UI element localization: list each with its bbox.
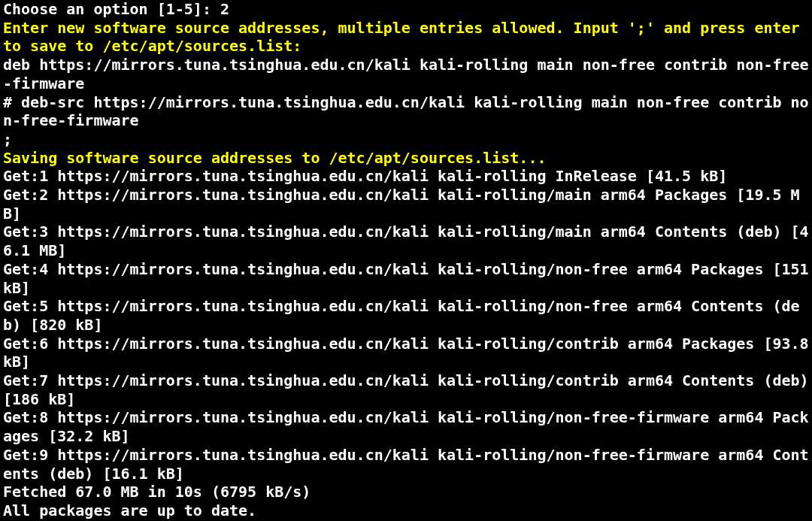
apt-get-1: Get:1 https://mirrors.tuna.tsinghua.edu.… xyxy=(3,167,727,185)
apt-get-3: Get:3 https://mirrors.tuna.tsinghua.edu.… xyxy=(3,223,809,259)
saving-sources-msg: Saving software source addresses to /etc… xyxy=(3,149,546,167)
apt-get-8: Get:8 https://mirrors.tuna.tsinghua.edu.… xyxy=(3,408,809,445)
input-terminator: ; xyxy=(3,130,12,148)
apt-fetched-summary: Fetched 67.0 MB in 10s (6795 kB/s) xyxy=(3,483,311,501)
source-entry-2: # deb-src https://mirrors.tuna.tsinghua.… xyxy=(3,93,809,130)
apt-get-2: Get:2 https://mirrors.tuna.tsinghua.edu.… xyxy=(3,186,800,223)
choose-option-line: Choose an option [1-5]: 2 xyxy=(3,0,229,18)
enter-sources-prompt: Enter new software source addresses, mul… xyxy=(3,19,809,56)
source-entry-1: deb https://mirrors.tuna.tsinghua.edu.cn… xyxy=(3,56,809,92)
apt-get-4: Get:4 https://mirrors.tuna.tsinghua.edu.… xyxy=(3,260,812,297)
apt-up-to-date: All packages are up to date. xyxy=(3,501,256,519)
terminal-output[interactable]: Choose an option [1-5]: 2 Enter new soft… xyxy=(0,0,812,520)
apt-get-7: Get:7 https://mirrors.tuna.tsinghua.edu.… xyxy=(3,371,812,408)
apt-get-9: Get:9 https://mirrors.tuna.tsinghua.edu.… xyxy=(3,446,809,483)
apt-get-6: Get:6 https://mirrors.tuna.tsinghua.edu.… xyxy=(3,335,812,371)
apt-get-5: Get:5 https://mirrors.tuna.tsinghua.edu.… xyxy=(3,297,800,334)
